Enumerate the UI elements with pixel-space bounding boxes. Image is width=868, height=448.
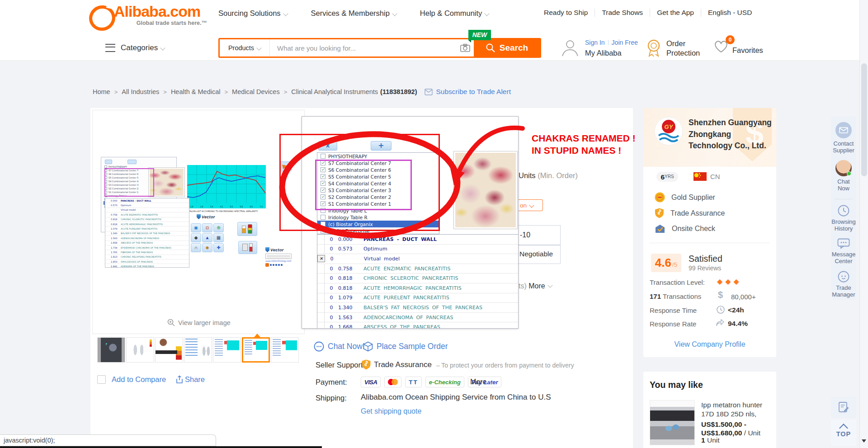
reviews-count[interactable]: 99 Reviews (689, 264, 721, 272)
trade-assurance-row: Trade Assurance – To protect your orders… (362, 359, 574, 370)
chat-avatar[interactable] (835, 160, 852, 176)
place-sample-order-button[interactable]: Place Sample Order (363, 341, 448, 352)
software-icon: ∩ (191, 243, 201, 252)
seller-support-label: Seller Support: (316, 361, 365, 369)
breadcrumb-current[interactable]: Clinical Analytical Instruments (291, 88, 378, 95)
contact-supplier-icon[interactable] (835, 122, 852, 138)
subscribe-trade-alert-link[interactable]: Subscribe to Trade Alert (436, 88, 511, 96)
annotation-text: CHAKRAS RENAMED ! IN STUPID NAMES ! (532, 132, 636, 156)
message-center-button[interactable]: Message Center (831, 251, 856, 264)
chat-now-button[interactable]: Chat Now (831, 178, 856, 192)
alibaba-tagline: Global trade starts here.™ (114, 20, 207, 26)
payment-more-link[interactable]: More (470, 378, 493, 386)
contact-supplier-button[interactable]: Contact Supplier (831, 140, 856, 154)
search-scope-dropdown[interactable]: Products (220, 39, 270, 57)
share-icon (281, 264, 283, 266)
thumbnail-selected[interactable] (242, 337, 270, 363)
nav-item[interactable]: Help & Community (420, 9, 489, 18)
more-link[interactable]: ts) More (519, 282, 552, 290)
related-product-moq: 1 Unit (701, 436, 720, 444)
scrollbar[interactable] (859, 0, 868, 448)
related-product-name[interactable]: Ipp metatron hunter17D 18D 25D nls, (701, 401, 762, 418)
thumbnail[interactable] (155, 337, 183, 363)
chevron-down-icon (485, 11, 490, 16)
mini-magenta-highlight-box (104, 168, 154, 197)
trade-assurance-link[interactable]: Trade Assurance (374, 360, 432, 369)
message-center-icon[interactable] (837, 238, 850, 249)
shipping-service: Alibaba.com Ocean Shipping Service from … (361, 393, 551, 402)
search-icon (486, 43, 495, 53)
join-free-link[interactable]: Join Free (612, 39, 638, 46)
response-rate-label: Response Rate (650, 320, 696, 328)
category-id: (118381892) (380, 88, 417, 95)
vector-shield-icon (197, 214, 201, 219)
mini-close-button (105, 160, 112, 164)
clock-icon (717, 306, 725, 314)
search-bar: Products Search (218, 38, 541, 58)
table-row: 01.079ACUTE PURELENT PANCREATITIS (317, 293, 519, 303)
browsing-history-button[interactable]: Browsing History (831, 218, 856, 232)
favorites[interactable]: 0 Favorites (713, 40, 729, 53)
add-to-compare[interactable]: Add to Compare (97, 375, 166, 384)
account-area[interactable]: Sign InJoin Free My Alibaba (561, 38, 638, 57)
feedback-widget[interactable] (831, 397, 856, 418)
back-to-top-button[interactable]: TOP (831, 420, 856, 446)
image-search-button[interactable] (457, 39, 474, 57)
related-product-image[interactable] (650, 400, 695, 445)
trade-assurance-note: – To protect your orders from payment to… (436, 361, 574, 369)
get-shipping-quote-link[interactable]: Get shipping quote (361, 407, 421, 415)
thumbnail[interactable] (271, 337, 299, 363)
utility-link[interactable]: Get the App (650, 9, 701, 17)
thumbnail[interactable] (97, 337, 125, 363)
sample-bottles-icon (237, 222, 257, 236)
transaction-level-diamonds: ◆◆◆ (717, 277, 742, 286)
thumbnail[interactable] (184, 337, 212, 363)
china-flag-icon (693, 172, 707, 181)
supplier-card: $ GY Shenzhen GuangyangZhongkangTechnolo… (643, 108, 776, 357)
breadcrumb-link[interactable]: Medical Devices (232, 88, 280, 95)
order-protection[interactable]: OrderProtection (646, 39, 700, 58)
view-larger-image[interactable]: View larger image (167, 319, 231, 326)
supplier-name[interactable]: Shenzhen GuangyangZhongkangTechnology Co… (689, 117, 774, 152)
breadcrumb-link[interactable]: Home (93, 88, 110, 95)
site-header: Alibaba.com Global trade starts here.™ S… (0, 0, 868, 61)
compare-checkbox[interactable] (97, 375, 106, 384)
my-alibaba-link[interactable]: My Alibaba (585, 49, 638, 57)
thumbnail[interactable] (126, 337, 154, 363)
nav-item[interactable]: Sourcing Solutions (218, 9, 288, 18)
scrollbar-thumb[interactable] (861, 63, 867, 176)
copyright-box (265, 254, 292, 259)
trade-manager-icon[interactable] (838, 271, 849, 283)
thumbnail-strip (97, 337, 299, 363)
view-company-profile-link[interactable]: View Company Profile (643, 340, 776, 349)
utility-link[interactable]: English - USD (701, 9, 759, 17)
breadcrumb-link[interactable]: All Industries (122, 88, 159, 95)
scroll-down-arrow[interactable] (862, 439, 866, 443)
nav-item[interactable]: Services & Membership (311, 9, 396, 18)
search-button[interactable]: Search (474, 39, 540, 57)
red-circle-arrow-annotation (271, 118, 538, 250)
search-input[interactable] (270, 39, 457, 57)
response-time-value: <24h (728, 306, 744, 314)
table-row: 01.668ABSCESS OF THE PANCREAS (317, 322, 519, 329)
rating-box[interactable]: 4.6/5 (651, 254, 681, 272)
chat-now-button[interactable]: Chat Now! (314, 341, 365, 352)
echecking-badge: e-Checking (425, 377, 464, 387)
gold-coin-icon (655, 192, 665, 203)
camera-icon (460, 44, 470, 52)
categories-menu[interactable]: Categories (105, 43, 165, 52)
utility-link[interactable]: Ready to Ship (537, 9, 594, 17)
software-icon: ◉ (191, 223, 201, 232)
browsing-history-icon[interactable] (838, 205, 849, 217)
alibaba-logo[interactable]: Alibaba.com (114, 3, 200, 20)
breadcrumb-link[interactable]: Health & Medical (171, 88, 221, 95)
utility-link[interactable]: Trade Shows (594, 9, 650, 17)
sign-in-link[interactable]: Sign In (585, 39, 605, 46)
share-button[interactable]: Share (175, 375, 205, 384)
payment-label: Payment: (316, 378, 347, 387)
floating-rail: Contact Supplier Chat Now Browsing Histo… (831, 117, 856, 299)
thumbnail[interactable] (213, 337, 241, 363)
trade-manager-button[interactable]: Trade Manager (831, 284, 856, 298)
chevron-down-icon (392, 11, 397, 16)
table-row: 01.563ADENOCARCINOMA OF PANCREAS (317, 313, 519, 323)
